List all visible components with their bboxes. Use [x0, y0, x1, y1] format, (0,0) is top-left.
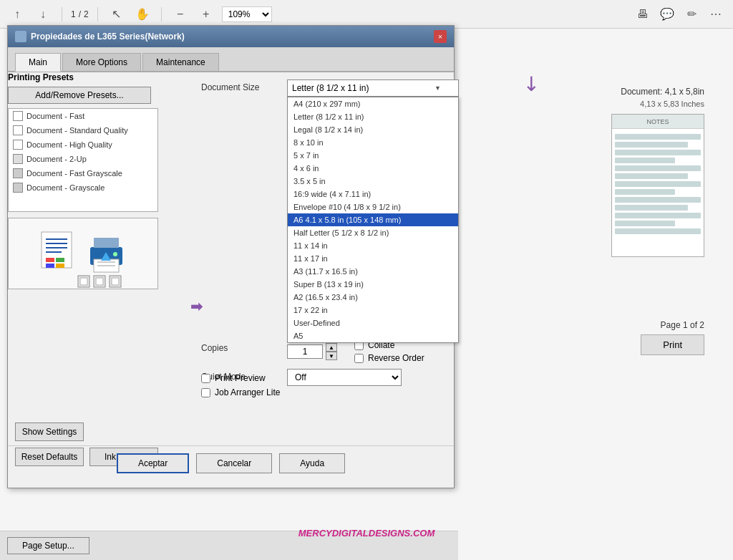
copies-input[interactable]	[287, 344, 323, 359]
size-option-letter[interactable]: Letter (8 1/2 x 11 in)	[288, 110, 458, 123]
help-btn[interactable]: Ayuda	[279, 453, 345, 473]
preset-item-2[interactable]: Document - Standard Quality	[9, 123, 157, 137]
toolbar-divider-3	[161, 7, 162, 21]
dialog-body: Printing Presets Add/Remove Presets... D…	[8, 72, 454, 488]
svg-rect-8	[56, 264, 64, 268]
svg-rect-7	[46, 264, 54, 268]
print-tool-btn[interactable]: 🖶	[633, 4, 653, 24]
document-svg	[40, 231, 79, 277]
cursor-tool-btn[interactable]: ↖	[107, 4, 127, 24]
size-option-superb[interactable]: Super B (13 x 19 in)	[288, 278, 458, 291]
svg-rect-14	[97, 265, 115, 266]
preset-item-5[interactable]: Document - Fast Grayscale	[9, 166, 157, 180]
size-option-8x10[interactable]: 8 x 10 in	[288, 136, 458, 149]
preset-icon-2	[13, 125, 23, 135]
toolbar-divider-1	[62, 7, 62, 21]
nav-down-btn[interactable]: ↓	[33, 4, 53, 24]
left-panel: Printing Presets Add/Remove Presets... D…	[8, 72, 190, 294]
svg-rect-21	[112, 278, 119, 285]
size-option-11x14[interactable]: 11 x 14 in	[288, 239, 458, 252]
copies-up-btn[interactable]: ▲	[326, 343, 337, 352]
presets-list[interactable]: Document - Fast Document - Standard Qual…	[8, 108, 158, 212]
add-remove-presets-btn[interactable]: Add/Remove Presets...	[8, 87, 151, 104]
watermark: MERCYDIGITALDESIGNS.COM	[298, 528, 435, 539]
reverse-label: Reverse Order	[368, 353, 424, 363]
size-option-4x6[interactable]: 4 x 6 in	[288, 162, 458, 175]
size-option-11x17[interactable]: 11 x 17 in	[288, 252, 458, 265]
print-btn[interactable]: Print	[641, 334, 704, 355]
size-option-a3[interactable]: A3 (11.7 x 16.5 in)	[288, 265, 458, 278]
size-option-5x7[interactable]: 5 x 7 in	[288, 149, 458, 162]
zoom-select[interactable]: 109%	[222, 6, 272, 22]
copies-control: ▲ ▼ Collate Reverse Order	[287, 340, 424, 363]
small-icons-row	[77, 275, 122, 288]
copies-down-btn[interactable]: ▼	[326, 352, 337, 360]
dialog-title: Propiedades de L365 Series(Network)	[31, 32, 185, 42]
title-left: Propiedades de L365 Series(Network)	[15, 31, 185, 42]
size-option-3x5[interactable]: 3.5 x 5 in	[288, 175, 458, 188]
preset-icon-3	[13, 140, 23, 150]
cancel-btn[interactable]: Cancelar	[196, 453, 272, 473]
preset-item-6[interactable]: Document - Grayscale	[9, 180, 157, 195]
size-option-a4[interactable]: A4 (210 x 297 mm)	[288, 97, 458, 110]
page-setup-btn[interactable]: Page Setup...	[7, 537, 89, 554]
pen-btn[interactable]: ✏	[681, 4, 702, 24]
line-11	[615, 213, 701, 218]
page-current: 1	[71, 9, 76, 19]
line-9	[615, 197, 701, 203]
size-option-a5[interactable]: A5	[288, 329, 458, 342]
line-1	[615, 134, 701, 140]
dialog-close-btn[interactable]: ×	[434, 30, 447, 43]
print-preview-checkbox[interactable]	[201, 374, 210, 383]
more-btn[interactable]: ⋯	[706, 4, 726, 24]
page-indicator: 1 / 2	[71, 9, 89, 19]
toolbar-divider-2	[97, 7, 98, 21]
document-size-dropdown-list[interactable]: A4 (210 x 297 mm) Letter (8 1/2 x 11 in)…	[287, 97, 459, 343]
printer-preview-area	[8, 218, 158, 289]
preset-icon-4	[13, 154, 23, 164]
job-arranger-row: Job Arranger Lite	[201, 387, 280, 397]
zoom-in-btn[interactable]: +	[196, 4, 216, 24]
printer-properties-dialog: Propiedades de L365 Series(Network) × Ma…	[7, 25, 455, 488]
copies-row: Copies ▲ ▼ Collate Reverse	[201, 340, 424, 363]
size-option-a2[interactable]: A2 (16.5 x 23.4 in)	[288, 291, 458, 304]
tab-more-options[interactable]: More Options	[62, 53, 141, 71]
preset-item-4[interactable]: Document - 2-Up	[9, 152, 157, 166]
comment-btn[interactable]: 💬	[657, 4, 677, 24]
size-option-17x22[interactable]: 17 x 22 in	[288, 304, 458, 317]
zoom-out-btn[interactable]: −	[170, 4, 190, 24]
size-option-legal[interactable]: Legal (8 1/2 x 14 in)	[288, 123, 458, 136]
document-size-dropdown[interactable]: Letter (8 1/2 x 11 in)	[287, 79, 459, 97]
size-option-user[interactable]: User-Defined	[288, 317, 458, 329]
job-arranger-checkbox[interactable]	[201, 388, 210, 397]
line-7	[615, 181, 701, 187]
preset-item-3[interactable]: Document - High Quality	[9, 137, 157, 152]
tab-maintenance[interactable]: Maintenance	[142, 53, 219, 71]
small-icon-3	[109, 275, 122, 288]
print-preview-row: Print Preview	[201, 373, 280, 383]
page-total: 2	[84, 9, 89, 19]
line-13	[615, 228, 701, 234]
size-option-env10[interactable]: Envelope #10 (4 1/8 x 9 1/2 in)	[288, 201, 458, 213]
purple-arrow-dialog: ➡	[190, 298, 203, 315]
nav-up-btn[interactable]: ↑	[7, 4, 27, 24]
svg-rect-5	[46, 258, 54, 262]
quiet-mode-select[interactable]: Off	[287, 369, 402, 386]
page-label: Page 1 of 2	[661, 320, 704, 330]
copies-stepper: ▲ ▼	[326, 343, 337, 360]
print-preview-label: Print Preview	[215, 373, 266, 383]
size-option-16x9[interactable]: 16:9 wide (4 x 7.11 in)	[288, 188, 458, 201]
hand-tool-btn[interactable]: ✋	[132, 4, 152, 24]
reverse-row: Reverse Order	[354, 353, 424, 363]
settings-grid: Document Size Letter (8 1/2 x 11 in) A4 …	[201, 79, 447, 105]
show-settings-btn[interactable]: Show Settings	[15, 423, 84, 441]
tab-main[interactable]: Main	[15, 53, 61, 72]
size-option-half[interactable]: Half Letter (5 1/2 x 8 1/2 in)	[288, 226, 458, 239]
bottom-checks: Print Preview Job Arranger Lite	[201, 373, 280, 402]
size-option-a6[interactable]: A6 4.1 x 5.8 in (105 x 148 mm)	[288, 213, 458, 226]
reverse-checkbox[interactable]	[354, 354, 364, 363]
accept-btn[interactable]: Aceptar	[117, 453, 189, 473]
dialog-icon	[15, 31, 26, 42]
toolbar-right: 🖶 💬 ✏ ⋯	[633, 4, 726, 24]
preset-item-1[interactable]: Document - Fast	[9, 109, 157, 123]
